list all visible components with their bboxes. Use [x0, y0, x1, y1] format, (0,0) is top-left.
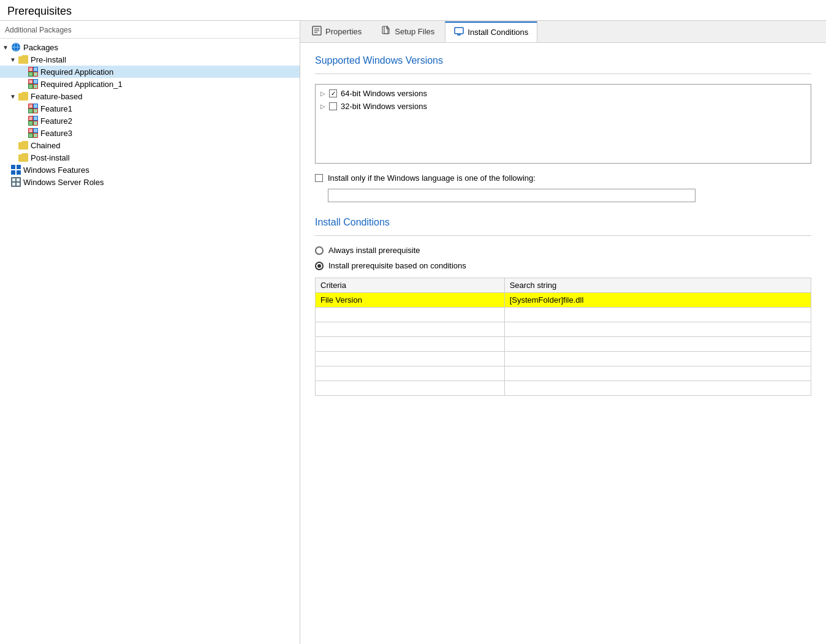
- svg-text:✓: ✓: [29, 129, 32, 133]
- language-row: Install only if the Windows language is …: [315, 173, 811, 183]
- icon-post-install: [18, 153, 28, 162]
- label-chained: Chained: [31, 141, 60, 150]
- tree-item-pre-install[interactable]: ▼Pre-install: [0, 53, 300, 66]
- language-checkbox[interactable]: [315, 174, 323, 182]
- version-item-32bit[interactable]: ▷ 32-bit Windows versions: [318, 100, 808, 113]
- arrow-feature-based: ▼: [10, 93, 18, 100]
- version-label-32bit: 32-bit Windows versions: [341, 102, 427, 111]
- svg-rect-33: [34, 116, 37, 120]
- svg-rect-57: [455, 28, 463, 34]
- setup-files-tab-icon: [381, 26, 391, 37]
- svg-rect-48: [12, 178, 15, 181]
- table-row[interactable]: File Version[SystemFolder]file.dll: [316, 293, 811, 308]
- install-conditions-tab-icon: [454, 26, 464, 38]
- label-req-app-1: Required Application_1: [40, 80, 123, 89]
- label-win-server-roles: Windows Server Roles: [23, 178, 104, 187]
- icon-feature-based: [18, 91, 28, 101]
- radio-always-label: Always install prerequisite: [328, 246, 420, 255]
- table-row-empty: [316, 337, 811, 352]
- tree-item-win-features[interactable]: Windows Features: [0, 164, 300, 176]
- svg-rect-49: [17, 178, 20, 181]
- version-label-64bit: 64-bit Windows versions: [341, 89, 427, 98]
- right-content: Supported Windows Versions ▷ ✓ 64-bit Wi…: [300, 43, 826, 644]
- tree-item-feature-based[interactable]: ▼Feature-based: [0, 90, 300, 102]
- svg-rect-40: [29, 134, 32, 137]
- right-panel: Properties Setup Files: [300, 21, 826, 644]
- tree-item-chained[interactable]: Chained: [0, 139, 300, 151]
- svg-rect-45: [11, 170, 15, 175]
- radio-conditional-label: Install prerequisite based on conditions: [328, 261, 466, 270]
- table-row-empty: [316, 308, 811, 322]
- svg-rect-16: [29, 85, 32, 88]
- label-post-install: Post-install: [31, 153, 70, 162]
- label-win-features: Windows Features: [23, 165, 89, 175]
- svg-rect-43: [11, 165, 15, 169]
- tab-properties-label: Properties: [325, 27, 362, 36]
- radio-always-row: Always install prerequisite: [315, 246, 811, 255]
- tab-properties[interactable]: Properties: [303, 21, 371, 42]
- table-row-empty: [316, 381, 811, 396]
- left-panel: Additional Packages ▼Packages▼Pre-instal…: [0, 21, 300, 644]
- svg-rect-24: [29, 109, 32, 113]
- tab-setup-files-label: Setup Files: [395, 27, 434, 36]
- tab-install-conditions[interactable]: Install Conditions: [445, 21, 537, 42]
- svg-rect-23: [34, 109, 37, 113]
- checkbox-32bit[interactable]: [329, 102, 337, 110]
- tree-item-req-app-1[interactable]: ✓Required Application_1: [0, 78, 300, 90]
- install-conditions-divider: [315, 235, 811, 236]
- icon-req-app-1: ✓: [28, 79, 38, 89]
- icon-win-features: [11, 165, 21, 175]
- icon-packages: [11, 42, 21, 52]
- install-conditions-section: Install Conditions Always install prereq…: [315, 217, 811, 396]
- icon-pre-install: [18, 55, 28, 64]
- tab-install-conditions-label: Install Conditions: [468, 28, 528, 37]
- expand-32bit-icon: ▷: [320, 103, 328, 110]
- language-checkbox-label: Install only if the Windows language is …: [328, 173, 536, 183]
- radio-always[interactable]: [315, 246, 324, 255]
- tree-item-feature2[interactable]: ✓Feature2: [0, 115, 300, 127]
- tree-item-packages[interactable]: ▼Packages: [0, 41, 300, 53]
- radio-conditional-row: Install prerequisite based on conditions: [315, 261, 811, 270]
- language-textbox[interactable]: [328, 189, 695, 202]
- svg-text:✓: ✓: [29, 80, 32, 84]
- arrow-pre-install: ▼: [10, 56, 18, 63]
- version-item-64bit[interactable]: ▷ ✓ 64-bit Windows versions: [318, 87, 808, 100]
- expand-64bit-icon: ▷: [320, 90, 328, 97]
- tree-item-feature3[interactable]: ✓Feature3: [0, 127, 300, 139]
- label-feature3: Feature3: [40, 129, 72, 138]
- supported-windows-divider: [315, 74, 811, 74]
- label-feature-based: Feature-based: [31, 92, 83, 101]
- supported-windows-title: Supported Windows Versions: [315, 55, 811, 66]
- tree-item-req-app[interactable]: ✓Required Application: [0, 66, 300, 78]
- supported-windows-section: Supported Windows Versions ▷ ✓ 64-bit Wi…: [315, 55, 811, 202]
- radio-conditional[interactable]: [315, 262, 324, 270]
- tree-item-win-server-roles[interactable]: Windows Server Roles: [0, 176, 300, 188]
- svg-rect-46: [17, 170, 21, 175]
- col-header-search-string: Search string: [504, 278, 811, 293]
- content-area: Additional Packages ▼Packages▼Pre-instal…: [0, 21, 826, 644]
- tab-bar: Properties Setup Files: [300, 21, 826, 43]
- label-feature1: Feature1: [40, 104, 72, 113]
- icon-req-app: ✓: [28, 67, 38, 77]
- svg-rect-15: [34, 85, 37, 88]
- left-panel-header: Additional Packages: [0, 23, 300, 39]
- label-feature2: Feature2: [40, 116, 72, 126]
- svg-rect-17: [34, 80, 37, 83]
- table-row-empty: [316, 322, 811, 337]
- main-container: Prerequisites Additional Packages ▼Packa…: [0, 0, 826, 644]
- svg-text:✓: ✓: [29, 105, 32, 108]
- tree-item-post-install[interactable]: Post-install: [0, 151, 300, 164]
- checkbox-64bit[interactable]: ✓: [329, 89, 337, 97]
- install-conditions-title: Install Conditions: [315, 217, 811, 228]
- icon-chained: [18, 140, 28, 150]
- svg-rect-41: [34, 129, 37, 132]
- svg-rect-39: [34, 134, 37, 137]
- icon-win-server-roles: [11, 177, 21, 187]
- tab-setup-files[interactable]: Setup Files: [372, 21, 444, 42]
- svg-rect-44: [17, 165, 21, 169]
- icon-feature3: ✓: [28, 128, 38, 138]
- label-req-app: Required Application: [40, 67, 113, 77]
- tree-item-feature1[interactable]: ✓Feature1: [0, 102, 300, 115]
- icon-feature2: ✓: [28, 116, 38, 126]
- svg-rect-51: [17, 183, 20, 186]
